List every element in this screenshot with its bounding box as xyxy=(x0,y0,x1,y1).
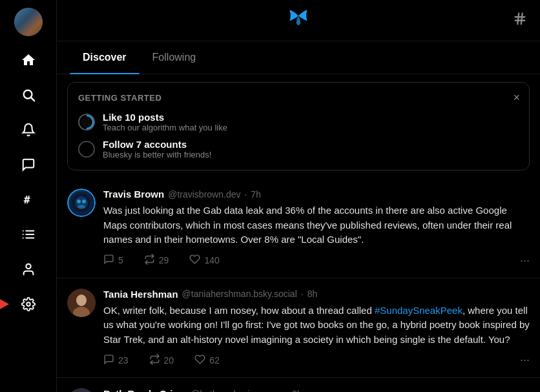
svg-line-1 xyxy=(31,98,34,101)
post-travis: Travis Brown @travisbrown.dev · 7h Was j… xyxy=(57,178,540,278)
more-button-tania[interactable]: ··· xyxy=(520,353,530,367)
post-body-travis: Was just looking at the Gab data leak an… xyxy=(103,203,530,247)
repost-button-tania[interactable]: 20 xyxy=(149,354,174,367)
like-icon-tania xyxy=(194,354,205,367)
main-content: Discover Following GETTING STARTED × Lik… xyxy=(57,0,540,392)
comment-count-tania: 23 xyxy=(118,355,129,366)
svg-point-18 xyxy=(77,200,81,203)
repost-count-tania: 20 xyxy=(164,355,174,366)
more-button-travis[interactable]: ··· xyxy=(520,254,530,267)
repost-button-travis[interactable]: 29 xyxy=(144,254,169,267)
svg-point-10 xyxy=(26,302,30,306)
task-follow-desc: Bluesky is better with friends! xyxy=(103,150,519,160)
post-text-tania-1: OK, writer folk, because I am nosey, how… xyxy=(103,305,375,316)
like-button-travis[interactable]: 140 xyxy=(189,254,219,267)
post-age-beth: 8h xyxy=(292,389,302,393)
tab-bar: Discover Following xyxy=(57,41,540,74)
post-time-travis: · xyxy=(244,189,247,200)
post-age-tania: 8h xyxy=(307,289,318,299)
repost-icon-tania xyxy=(149,354,160,367)
hash-button[interactable] xyxy=(513,12,527,30)
svg-line-14 xyxy=(521,13,523,24)
post-author-name-beth: Beth Reads Crime xyxy=(103,388,187,392)
task-like-desc: Teach our algorithm what you like xyxy=(103,123,519,132)
like-icon xyxy=(189,254,200,267)
task-like-posts: Like 10 posts Teach our algorithm what y… xyxy=(78,112,519,132)
sidebar-item-feeds[interactable]: # xyxy=(12,183,45,216)
post-content-beth: Beth Reads Crime @bethreadscrime.com · 8… xyxy=(103,388,530,392)
sidebar: # xyxy=(0,0,57,392)
user-avatar[interactable] xyxy=(14,8,43,36)
post-link-tania[interactable]: #SundaySneakPeek xyxy=(375,305,462,316)
feed: GETTING STARTED × Like 10 posts Teach ou… xyxy=(57,74,540,392)
like-count-travis: 140 xyxy=(204,255,219,265)
task-follow-accounts: Follow 7 accounts Bluesky is better with… xyxy=(78,139,519,160)
post-age-travis: 7h xyxy=(251,189,261,200)
task-circle-like xyxy=(78,114,95,130)
top-header xyxy=(57,0,540,41)
post-body-tania: OK, writer folk, because I am nosey, how… xyxy=(103,304,530,347)
like-count-tania: 62 xyxy=(209,355,220,366)
comment-button-travis[interactable]: 5 xyxy=(103,254,123,267)
svg-point-22 xyxy=(76,294,87,306)
close-button[interactable]: × xyxy=(513,92,520,103)
comment-count-travis: 5 xyxy=(118,255,123,265)
sidebar-item-settings[interactable] xyxy=(12,288,45,320)
comment-icon xyxy=(103,254,114,267)
svg-point-19 xyxy=(82,200,86,203)
avatar-tania[interactable] xyxy=(67,289,96,317)
post-handle-beth: @bethreadscrime.com xyxy=(191,389,282,393)
svg-line-13 xyxy=(517,13,519,24)
post-dot-beth: · xyxy=(286,389,288,393)
avatar-beth[interactable] xyxy=(67,388,96,392)
post-author-name-travis: Travis Brown xyxy=(103,189,164,200)
task-circle-follow xyxy=(78,141,95,158)
tab-following[interactable]: Following xyxy=(140,41,209,74)
post-handle-tania: @taniahershman.bsky.social xyxy=(182,289,297,299)
sidebar-item-notifications[interactable] xyxy=(12,114,45,146)
post-author-name-tania: Tania Hershman xyxy=(103,289,178,300)
post-actions-tania: 23 20 62 ··· xyxy=(103,353,530,367)
task-like-title: Like 10 posts xyxy=(103,112,519,123)
comment-icon-tania xyxy=(103,354,114,367)
comment-button-tania[interactable]: 23 xyxy=(103,354,129,367)
post-handle-travis: @travisbrown.dev xyxy=(168,189,240,200)
bluesky-logo xyxy=(288,9,309,32)
sidebar-item-profile[interactable] xyxy=(12,253,45,285)
post-actions-travis: 5 29 140 ··· xyxy=(103,254,530,267)
post-tania: Tania Hershman @taniahershman.bsky.socia… xyxy=(57,278,540,378)
svg-point-9 xyxy=(26,264,30,269)
getting-started-title: GETTING STARTED xyxy=(78,93,519,103)
svg-point-24 xyxy=(67,388,96,392)
sidebar-item-lists[interactable] xyxy=(12,218,45,251)
sidebar-item-home[interactable] xyxy=(12,44,45,76)
svg-point-20 xyxy=(78,205,85,209)
sidebar-item-search[interactable] xyxy=(12,79,45,111)
post-beth: Beth Reads Crime @bethreadscrime.com · 8… xyxy=(57,378,540,392)
task-follow-title: Follow 7 accounts xyxy=(103,139,519,150)
svg-text:#: # xyxy=(23,194,30,206)
getting-started-card: GETTING STARTED × Like 10 posts Teach ou… xyxy=(67,82,530,170)
like-button-tania[interactable]: 62 xyxy=(194,354,220,367)
avatar-travis[interactable] xyxy=(67,189,96,217)
post-content-tania: Tania Hershman @taniahershman.bsky.socia… xyxy=(103,289,530,367)
tab-discover[interactable]: Discover xyxy=(70,41,140,74)
sidebar-item-chat[interactable] xyxy=(12,149,45,181)
repost-icon xyxy=(144,254,155,267)
repost-count-travis: 29 xyxy=(159,255,169,265)
post-dot-tania: · xyxy=(301,289,304,299)
post-content-travis: Travis Brown @travisbrown.dev · 7h Was j… xyxy=(103,189,530,267)
